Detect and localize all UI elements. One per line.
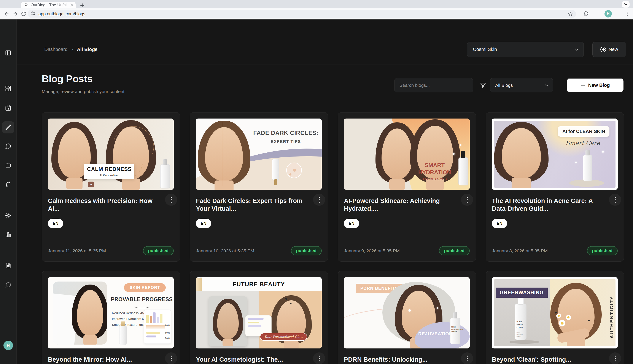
browser-menu-icon[interactable] bbox=[624, 11, 630, 16]
browser-profile-avatar[interactable]: H bbox=[604, 10, 612, 18]
thumb-subheading: Smart Care bbox=[566, 140, 600, 146]
thumb-heading: FUTURE BEAUTY bbox=[196, 281, 322, 288]
publish-date: January 11, 2026 at 5:35 PM bbox=[48, 248, 106, 254]
bottle-label: PDRN REJUVENATION SERUM bbox=[451, 326, 460, 333]
breadcrumb-dashboard[interactable]: Dashboard bbox=[44, 47, 68, 52]
language-badge: EN bbox=[492, 219, 507, 228]
breadcrumb-all-blogs: All Blogs bbox=[77, 47, 98, 52]
blog-card[interactable]: FUTURE BEAUTY Your Personalized Glow bbox=[190, 271, 328, 364]
forward-button[interactable] bbox=[13, 11, 18, 16]
blog-thumbnail: PURE EARTH ELIXIR ECO-FRIENDLY BLEND GRE… bbox=[492, 277, 618, 348]
tab-title: OutBlog - The Unfair Advanta bbox=[31, 2, 67, 7]
blog-grid: CALM REDNESSAI Personalized ♥ Calm Redne… bbox=[42, 112, 624, 364]
blog-card[interactable]: SKIN REPORT PROVABLE PROGRESS Reduced Re… bbox=[42, 271, 180, 364]
new-tab-button[interactable] bbox=[79, 2, 86, 9]
blog-card[interactable]: CALM REDNESSAI Personalized ♥ Calm Redne… bbox=[42, 112, 180, 262]
card-menu-button[interactable] bbox=[609, 352, 621, 364]
blog-card[interactable]: AI for CLEAR SKIN Smart Care The AI Revo… bbox=[486, 112, 624, 262]
tab-close-icon[interactable] bbox=[70, 3, 74, 7]
blog-card[interactable]: PURE EARTH ELIXIR ECO-FRIENDLY BLEND GRE… bbox=[486, 271, 624, 364]
blog-filter-select[interactable]: All Blogs bbox=[490, 78, 553, 92]
search-input[interactable] bbox=[394, 78, 473, 92]
sidebar-workflow-icon[interactable] bbox=[2, 178, 14, 190]
language-badge: EN bbox=[48, 219, 63, 228]
new-button[interactable]: New bbox=[592, 42, 626, 57]
blog-card[interactable]: SMART HYDRATION AI ENHANCED AI-Powered S… bbox=[338, 112, 476, 262]
sidebar-chat-icon[interactable] bbox=[2, 140, 14, 152]
browser-tab-strip: OutBlog - The Unfair Advanta bbox=[0, 0, 633, 8]
blog-thumbnail: SKIN REPORT PROVABLE PROGRESS Reduced Re… bbox=[48, 277, 174, 348]
spray-bottle-graphic bbox=[458, 158, 468, 186]
card-menu-button[interactable] bbox=[313, 352, 325, 364]
blog-title: Beyond 'Clean': Spotting... bbox=[492, 356, 599, 364]
list-controls: All Blogs New Blog bbox=[394, 78, 624, 92]
thumb-heading: SMART HYDRATION bbox=[409, 162, 461, 176]
chevron-down-icon bbox=[575, 47, 578, 50]
new-button-label: New bbox=[608, 47, 618, 52]
blog-thumbnail: FUTURE BEAUTY Your Personalized Glow bbox=[196, 277, 322, 348]
outblog-app: H Dashboard › All Blogs Cosmi Skin bbox=[0, 20, 633, 364]
blog-thumbnail: AI for CLEAR SKIN Smart Care bbox=[492, 118, 618, 190]
card-menu-button[interactable] bbox=[165, 352, 177, 364]
thumb-ribbon: Your Personalized Glow bbox=[260, 333, 307, 341]
thumb-heading: PROVABLE PROGRESS bbox=[110, 296, 173, 302]
publish-date: January 10, 2026 at 5:35 PM bbox=[196, 248, 254, 254]
page-subtitle: Manage, review and publish your content bbox=[42, 89, 125, 94]
reload-button[interactable] bbox=[21, 11, 26, 16]
sidebar-dashboard-icon[interactable] bbox=[2, 82, 14, 94]
thumb-heading: AI for CLEAR SKIN bbox=[558, 126, 609, 137]
sidebar-support-icon[interactable] bbox=[2, 279, 14, 291]
outblog-favicon-icon bbox=[24, 3, 29, 7]
tab-search-button[interactable] bbox=[622, 1, 629, 8]
user-avatar[interactable]: H bbox=[4, 341, 13, 350]
sidebar: H bbox=[0, 20, 17, 364]
toolbar-divider bbox=[598, 11, 598, 16]
page-head: Blog Posts Manage, review and publish yo… bbox=[17, 65, 633, 112]
blog-title: Beyond the Mirror: How AI... bbox=[48, 356, 156, 364]
blog-card[interactable]: FADE DARK CIRCLES: EXPERT TIPS Fade Dark… bbox=[190, 112, 328, 262]
publish-date: January 8, 2026 at 5:35 PM bbox=[492, 248, 548, 254]
language-badge: EN bbox=[196, 219, 211, 228]
main-content: Dashboard › All Blogs Cosmi Skin New bbox=[17, 20, 633, 364]
card-menu-button[interactable] bbox=[165, 194, 177, 206]
breadcrumb: Dashboard › All Blogs bbox=[44, 42, 98, 57]
sidebar-editor-icon[interactable] bbox=[2, 121, 14, 134]
site-settings-icon[interactable] bbox=[31, 11, 36, 17]
thumb-subheading: AI Personalized bbox=[86, 174, 133, 177]
chevron-down-icon bbox=[545, 83, 548, 86]
sidebar-analytics-icon[interactable] bbox=[2, 229, 14, 241]
breadcrumb-separator: › bbox=[72, 47, 73, 52]
serum-bottle-graphic bbox=[160, 164, 170, 188]
sidebar-settings-icon[interactable] bbox=[2, 210, 14, 222]
thumb-vertical-label: AUTHENTICITY bbox=[609, 287, 615, 338]
bottle-label: PURE EARTH ELIXIR bbox=[516, 320, 525, 329]
page-header: Dashboard › All Blogs Cosmi Skin New bbox=[17, 20, 633, 65]
blog-card[interactable]: PDRN BENEFITS REJUVEATION PDRN REJUVENAT… bbox=[338, 271, 476, 364]
sidebar-calendar-icon[interactable] bbox=[2, 102, 14, 114]
card-menu-button[interactable] bbox=[313, 194, 325, 206]
sidebar-documents-icon[interactable] bbox=[2, 260, 14, 272]
blog-thumbnail: FADE DARK CIRCLES: EXPERT TIPS bbox=[196, 118, 322, 190]
card-menu-button[interactable] bbox=[461, 194, 473, 206]
new-blog-button[interactable]: New Blog bbox=[567, 78, 624, 92]
card-menu-button[interactable] bbox=[609, 194, 621, 206]
eye-cream-tube-graphic bbox=[272, 159, 279, 180]
filter-icon[interactable] bbox=[479, 81, 487, 90]
sidebar-folder-icon[interactable] bbox=[2, 159, 14, 171]
browser-tab[interactable]: OutBlog - The Unfair Advanta bbox=[21, 2, 76, 8]
serum-bottle-graphic bbox=[583, 155, 592, 181]
status-badge: published bbox=[439, 246, 470, 256]
address-bar[interactable]: app.outblogai.com/blogs bbox=[28, 10, 576, 18]
blog-title: PDRN Benefits: Unlocking... bbox=[344, 356, 451, 364]
thumb-badge: GREENWASHING bbox=[496, 288, 548, 298]
thumb-subheading: EXPERT TIPS bbox=[252, 139, 320, 144]
blog-filter-value: All Blogs bbox=[495, 83, 513, 88]
workspace-selector[interactable]: Cosmi Skin bbox=[467, 42, 584, 57]
browser-toolbar: app.outblogai.com/blogs H bbox=[0, 8, 633, 20]
card-menu-button[interactable] bbox=[461, 352, 473, 364]
new-blog-button-label: New Blog bbox=[588, 82, 610, 88]
sidebar-panel-toggle-icon[interactable] bbox=[2, 47, 14, 59]
extensions-icon[interactable] bbox=[583, 11, 589, 16]
back-button[interactable] bbox=[4, 11, 10, 16]
bookmark-star-icon[interactable] bbox=[568, 11, 573, 17]
